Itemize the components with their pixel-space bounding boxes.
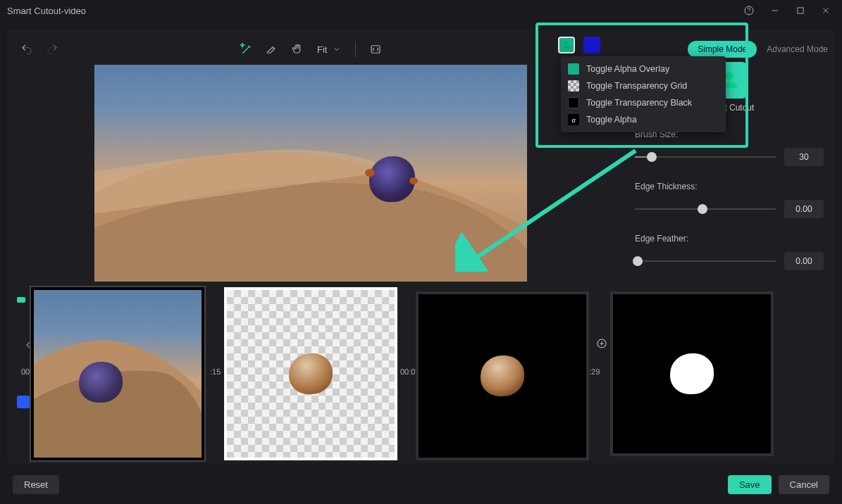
- scene-illustration: [94, 130, 527, 282]
- time-marker: :15: [210, 367, 221, 376]
- help-icon[interactable]: [743, 5, 755, 16]
- save-button[interactable]: Save: [728, 475, 772, 494]
- overlay-dropdown: Toggle Alpha Overlay Toggle Transparency…: [561, 56, 726, 132]
- subject-object: [369, 156, 415, 202]
- magic-brush-button[interactable]: [234, 37, 259, 62]
- preview-transparency-grid[interactable]: [224, 287, 397, 460]
- titlebar: Smart Cutout-video: [0, 0, 842, 21]
- toggle-transparency-grid-item[interactable]: Toggle Transparency Grid: [561, 77, 726, 94]
- edge-thickness-slider[interactable]: [635, 208, 776, 210]
- compare-button[interactable]: [363, 37, 388, 62]
- mode-toggle[interactable]: Simple Mode: [688, 41, 757, 58]
- brush-size-value[interactable]: 30: [784, 148, 824, 166]
- time-marker: 00:0: [400, 367, 415, 376]
- reset-button[interactable]: Reset: [13, 475, 59, 494]
- svg-rect-3: [798, 8, 803, 13]
- chevron-down-icon: [333, 45, 341, 53]
- edge-feather-value[interactable]: 0.00: [784, 252, 824, 270]
- zoom-fit-select[interactable]: Fit: [310, 42, 348, 58]
- preview-thumbnails: 00 :15 00:0 :29: [10, 284, 832, 469]
- toggle-alpha-overlay-item[interactable]: Toggle Alpha Overlay: [561, 61, 726, 77]
- checker-icon: [568, 80, 579, 92]
- edge-feather-slider[interactable]: [635, 260, 776, 262]
- playhead-marker[interactable]: [17, 297, 25, 303]
- alpha-overlay-swatch[interactable]: [558, 37, 575, 53]
- add-marker-button[interactable]: [596, 338, 607, 351]
- undo-button[interactable]: [14, 37, 39, 62]
- minimize-icon[interactable]: [770, 6, 780, 15]
- separator: [355, 42, 356, 57]
- toggle-alpha-item[interactable]: α Toggle Alpha: [561, 111, 726, 128]
- advanced-mode-tab[interactable]: Advanced Mode: [767, 44, 828, 54]
- window-title: Smart Cutout-video: [7, 6, 743, 16]
- preview-alpha[interactable]: [610, 291, 774, 456]
- simple-mode-tab[interactable]: Simple Mode: [688, 41, 757, 58]
- svg-point-1: [749, 13, 750, 13]
- overlay-swatches: [558, 37, 600, 53]
- close-icon[interactable]: [821, 6, 831, 15]
- preview-viewport[interactable]: [94, 65, 527, 282]
- eraser-button[interactable]: [259, 37, 285, 62]
- timeline-clip[interactable]: [17, 396, 30, 408]
- blue-overlay-swatch[interactable]: [583, 37, 600, 53]
- fit-label: Fit: [317, 44, 327, 55]
- time-marker: 00: [21, 367, 30, 376]
- time-marker: :29: [589, 367, 600, 376]
- cancel-button[interactable]: Cancel: [779, 475, 829, 494]
- svg-point-7: [725, 73, 733, 80]
- hand-tool-button[interactable]: [285, 37, 310, 62]
- footer: Reset Save Cancel: [0, 472, 842, 497]
- brush-size-slider[interactable]: [635, 156, 776, 158]
- redo-button[interactable]: [39, 37, 65, 62]
- alpha-icon: α: [568, 114, 579, 125]
- edge-thickness-value[interactable]: 0.00: [784, 200, 824, 218]
- edge-feather-label: Edge Feather:: [635, 234, 824, 244]
- toggle-transparency-black-item[interactable]: Toggle Transparency Black: [561, 94, 726, 111]
- preview-alpha-overlay[interactable]: [31, 287, 204, 460]
- maximize-icon[interactable]: [795, 6, 805, 15]
- svg-point-8: [565, 42, 569, 45]
- person-icon: [568, 63, 579, 75]
- black-icon: [568, 97, 579, 108]
- edge-thickness-label: Edge Thickness:: [635, 182, 824, 191]
- preview-transparency-black[interactable]: [416, 291, 589, 460]
